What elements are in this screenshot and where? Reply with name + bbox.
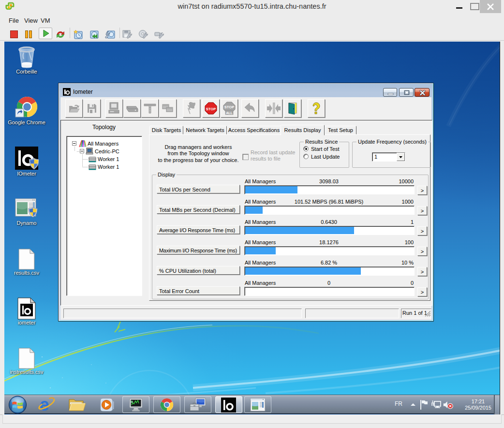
svg-text:STOP: STOP xyxy=(224,105,234,109)
svg-text:ALL: ALL xyxy=(226,111,233,115)
svg-text:STOP: STOP xyxy=(206,107,216,111)
